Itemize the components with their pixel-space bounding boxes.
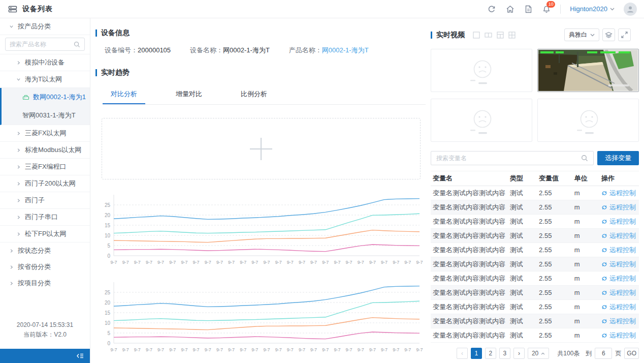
svg-text:5: 5 <box>107 330 110 336</box>
svg-text:9-7: 9-7 <box>346 260 352 265</box>
video-pane-4[interactable] <box>537 99 639 142</box>
layout-two-pane-icon[interactable] <box>485 32 492 39</box>
tab-增量对比[interactable]: 增量对比 <box>168 85 210 104</box>
sidebar-item-10[interactable]: 西门子 <box>0 192 90 209</box>
select-variable-button[interactable]: 选择变量 <box>597 151 639 165</box>
sidebar-item-12[interactable]: 松下FP以太网 <box>0 226 90 243</box>
refresh-icon[interactable] <box>487 5 496 14</box>
page-button-3[interactable]: 3 <box>499 348 510 359</box>
cell-unit: m <box>572 286 599 300</box>
go-button[interactable]: GO <box>624 348 639 359</box>
remote-control-link[interactable]: 远程控制 <box>601 288 636 297</box>
fullscreen-button[interactable] <box>618 28 631 41</box>
theme-select[interactable]: 典雅白 <box>564 28 599 41</box>
tab-比例分析[interactable]: 比例分析 <box>233 85 275 104</box>
sidebar-item-8[interactable]: 三菱FX编程口 <box>0 159 90 175</box>
home-icon[interactable] <box>505 5 514 14</box>
field-label: 设备名称： <box>190 46 223 54</box>
tab-对比分析[interactable]: 对比分析 <box>103 85 145 104</box>
sidebar-item-11[interactable]: 西门子串口 <box>0 209 90 226</box>
sidebar-item-6[interactable]: 三菱FX以太网 <box>0 125 90 142</box>
video-pane-3[interactable] <box>431 99 532 142</box>
cell-unit: m <box>572 257 599 271</box>
product-name-link[interactable]: 网0002-1-海为T <box>322 46 369 54</box>
remote-control-icon <box>601 261 607 267</box>
app-window: 设备列表 <box>0 0 644 363</box>
cell-action: 远程控制 <box>599 215 639 229</box>
chevron-down-icon <box>590 34 595 37</box>
sidebar-device-selected[interactable]: 数网0002-1-海为1 <box>2 88 90 106</box>
page-button-1[interactable]: 1 <box>471 348 482 359</box>
remote-control-link[interactable]: 远程控制 <box>601 203 636 212</box>
sidebar-item-7[interactable]: 标准Modbus以太网 <box>0 142 90 159</box>
page-size-value: 20 <box>532 350 538 357</box>
sidebar-item-15[interactable]: 按项目分类 <box>0 275 90 291</box>
sidebar-item-14[interactable]: 按省份分类 <box>0 259 90 275</box>
tree-node-label: 三菱FX编程口 <box>25 162 67 171</box>
tree-node-label: 按产品分类 <box>18 22 51 31</box>
next-page-button[interactable]: › <box>513 348 525 359</box>
layout-three-pane-icon[interactable] <box>497 32 504 39</box>
collapse-sidebar-icon[interactable] <box>76 352 85 359</box>
svg-text:9-7: 9-7 <box>299 260 305 265</box>
remote-control-link[interactable]: 远程控制 <box>601 331 636 340</box>
svg-text:9-7: 9-7 <box>322 260 329 265</box>
add-chart-placeholder[interactable] <box>102 118 421 179</box>
sidebar-device-item[interactable]: 智网0031-1-海为T <box>2 106 90 125</box>
cell-name: 变量名测试内容测试内容 <box>431 229 508 243</box>
chevron-right-icon <box>9 249 14 253</box>
svg-text:9-7: 9-7 <box>358 260 364 265</box>
remote-control-label: 远程控制 <box>609 302 636 312</box>
sidebar-item-0[interactable]: 按产品分类 <box>0 18 90 35</box>
table-row: 变量名测试内容测试内容测试2.55m远程控制 <box>431 200 639 215</box>
sidebar-item-13[interactable]: 按状态分类 <box>0 243 90 259</box>
svg-text:9-7: 9-7 <box>146 347 152 352</box>
no-video-placeholder-icon <box>570 105 606 136</box>
video-title: 实时视频 <box>436 31 465 40</box>
search-icon[interactable] <box>581 155 588 162</box>
cell-action: 远程控制 <box>599 243 639 257</box>
avatar[interactable] <box>624 3 637 16</box>
cell-value: 2.55 <box>537 229 572 243</box>
cell-type: 测试 <box>508 186 537 200</box>
user-menu[interactable]: Hignton2020 <box>570 5 615 13</box>
sidebar-item-2[interactable]: 模拟中冶设备 <box>0 54 90 71</box>
line-chart: 05101520259-79-79-79-79-79-79-79-79-79-7… <box>99 191 425 268</box>
remote-control-link[interactable]: 远程控制 <box>601 274 636 283</box>
remote-control-link[interactable]: 远程控制 <box>601 246 636 255</box>
svg-text:9-7: 9-7 <box>240 347 246 352</box>
field-label: 设备编号： <box>105 46 138 54</box>
cell-type: 测试 <box>508 314 537 328</box>
tree-node-label: 模拟中冶设备 <box>25 58 65 67</box>
product-search-input[interactable] <box>10 41 74 48</box>
prev-page-button[interactable]: ‹ <box>457 348 468 359</box>
layout-four-pane-icon[interactable] <box>508 32 516 39</box>
jump-page-input[interactable] <box>595 348 612 359</box>
document-icon[interactable] <box>524 5 533 14</box>
layers-button[interactable] <box>602 28 615 41</box>
tree-node-label: 按省份分类 <box>18 262 51 271</box>
video-pane-2[interactable] <box>537 49 639 92</box>
remote-control-link[interactable]: 远程控制 <box>601 189 636 198</box>
remote-control-link[interactable]: 远程控制 <box>601 317 636 326</box>
page-button-2[interactable]: 2 <box>485 348 496 359</box>
remote-control-link[interactable]: 远程控制 <box>601 302 636 312</box>
chevron-down-icon <box>16 77 21 82</box>
remote-control-link[interactable]: 远程控制 <box>601 260 636 269</box>
sidebar-item-9[interactable]: 西门子200以太网 <box>0 175 90 192</box>
variable-search-input[interactable] <box>436 155 581 162</box>
sidebar-item-3[interactable]: 海为T以太网 <box>0 71 90 88</box>
notifications-bell-icon[interactable]: 10 <box>542 5 551 14</box>
cell-name: 变量名测试内容测试内容 <box>431 186 508 200</box>
svg-text:9-7: 9-7 <box>193 260 200 265</box>
page-size-select[interactable]: 20 <box>528 348 549 359</box>
main-content: 设备信息 设备编号：200000105设备名称：网0002-1-海为T产品名称：… <box>90 18 429 363</box>
cell-unit: m <box>572 200 599 215</box>
remote-control-link[interactable]: 远程控制 <box>601 231 636 240</box>
column-header-变量值: 变量值 <box>537 171 572 186</box>
remote-control-link[interactable]: 远程控制 <box>601 217 636 226</box>
layout-single-icon[interactable] <box>473 32 480 39</box>
video-pane-1[interactable] <box>431 49 532 92</box>
video-grid <box>431 49 639 142</box>
remote-control-icon <box>601 233 607 239</box>
